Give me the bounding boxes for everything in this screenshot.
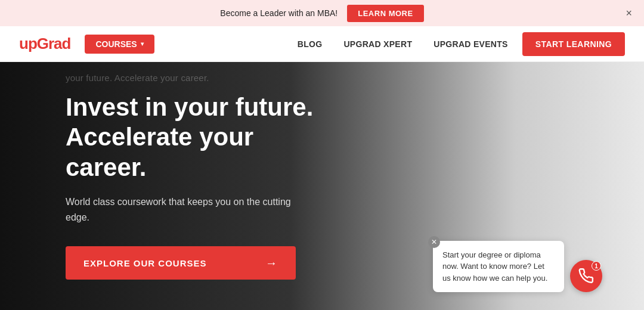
nav-upgrad-events[interactable]: UPGRAD EVENTS — [434, 39, 507, 49]
hero-subtitle: World class coursework that keeps you on… — [66, 194, 316, 225]
logo[interactable]: upGrad — [19, 35, 70, 53]
chat-badge: 1 — [592, 261, 601, 271]
chat-widget: ✕ Start your degree or diploma now. Want… — [433, 241, 602, 293]
chat-bubble-text: Start your degree or diploma now. Want t… — [442, 250, 547, 283]
explore-label: EXPLORE OUR COURSES — [83, 258, 207, 268]
chat-phone-button[interactable]: 1 — [570, 260, 602, 292]
explore-courses-button[interactable]: EXPLORE OUR COURSES → — [66, 246, 296, 280]
chevron-down-icon: ▾ — [141, 41, 144, 47]
nav-links: BLOG UPGRAD XPERT UPGRAD EVENTS — [298, 39, 508, 49]
banner-close-button[interactable]: × — [626, 7, 632, 20]
hero-content: Invest in your future. Accelerate your c… — [0, 92, 405, 280]
nav-blog[interactable]: BLOG — [298, 39, 323, 49]
courses-label: COURSES — [95, 39, 137, 49]
hero-ghost-text: your future. Accelerate your career. — [66, 73, 209, 83]
courses-dropdown-button[interactable]: COURSES ▾ — [85, 35, 154, 54]
start-learning-button[interactable]: START LEARNING — [522, 32, 625, 56]
nav-upgrad-xpert[interactable]: UPGRAD XPERT — [343, 39, 412, 49]
chat-close-button[interactable]: ✕ — [428, 236, 440, 248]
phone-icon — [578, 268, 594, 284]
learn-more-button[interactable]: LEARN MORE — [347, 5, 423, 22]
banner-text: Become a Leader with an MBA! — [220, 8, 338, 18]
chat-bubble: ✕ Start your degree or diploma now. Want… — [433, 241, 564, 293]
arrow-icon: → — [265, 256, 278, 270]
top-banner: Become a Leader with an MBA! LEARN MORE … — [0, 0, 644, 26]
hero-section: your future. Accelerate your career. Inv… — [0, 62, 644, 310]
hero-title: Invest in your future. Accelerate your c… — [66, 92, 340, 182]
navbar: upGrad COURSES ▾ BLOG UPGRAD XPERT UPGRA… — [0, 26, 644, 62]
